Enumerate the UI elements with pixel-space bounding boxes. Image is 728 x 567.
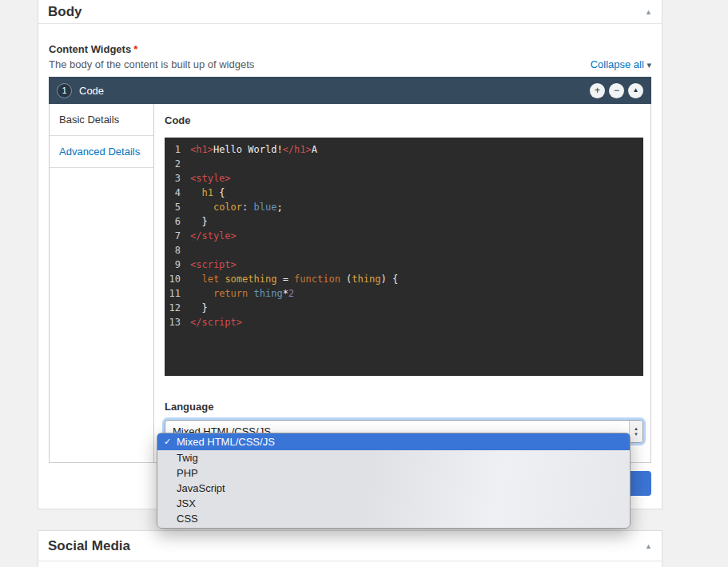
code-line: 10 let something = function (thing) {: [165, 272, 643, 286]
code-widget-body: Basic Details Advanced Details Code 1<h1…: [49, 104, 651, 463]
code-widget-header: 1 Code + − ▲: [49, 77, 651, 104]
body-section-header[interactable]: Body ▲: [38, 0, 662, 24]
code-line: 7</style>: [165, 229, 643, 243]
widget-content: Code 1<h1>Hello World!</h1>A23<style>4 h…: [154, 104, 654, 462]
content-widgets-description: The body of the content is built up of w…: [49, 58, 254, 70]
content-widgets-label-text: Content Widgets: [49, 43, 131, 55]
line-number: 10: [165, 272, 190, 286]
content-widgets-label: Content Widgets*: [49, 43, 651, 55]
language-option-label: Twig: [177, 452, 198, 464]
line-number: 2: [165, 157, 190, 171]
required-marker: *: [133, 43, 137, 55]
add-widget-button[interactable]: +: [590, 83, 605, 98]
line-number: 6: [165, 214, 190, 229]
language-option-mixed-html-css-js[interactable]: ✓Mixed HTML/CSS/JS: [157, 433, 630, 450]
line-number: 12: [165, 301, 190, 315]
language-option-label: JSX: [177, 497, 196, 509]
field-description-row: The body of the content is built up of w…: [49, 58, 651, 70]
code-line: 2: [165, 157, 643, 171]
code-line: 11 return thing*2: [165, 286, 643, 301]
code-line-content: </script>: [190, 315, 242, 329]
collapse-all-label: Collapse all: [591, 58, 644, 70]
code-line-content: <script>: [190, 258, 237, 272]
language-option-label: Mixed HTML/CSS/JS: [177, 436, 275, 448]
language-dropdown-menu: ✓Mixed HTML/CSS/JSTwigPHPJavaScriptJSXCS…: [157, 433, 631, 529]
widget-title: Code: [79, 85, 104, 97]
line-number: 3: [165, 171, 190, 186]
code-line-content: let something = function (thing) {: [190, 272, 398, 286]
remove-widget-button[interactable]: −: [609, 83, 624, 98]
widget-number-badge: 1: [57, 83, 72, 98]
language-option-php[interactable]: PHP: [157, 465, 630, 481]
tab-advanced-details[interactable]: Advanced Details: [50, 136, 153, 168]
checkmark-icon: ✓: [164, 437, 177, 447]
language-option-label: CSS: [177, 513, 198, 525]
social-media-panel: Social Media ▲: [38, 530, 662, 567]
collapse-all-link[interactable]: Collapse all ▾: [591, 58, 651, 70]
language-option-label: JavaScript: [177, 482, 225, 494]
language-option-javascript[interactable]: JavaScript: [157, 481, 630, 496]
caret-down-icon: ▾: [646, 60, 651, 70]
code-line: 13</script>: [165, 315, 643, 329]
line-number: 13: [165, 315, 190, 329]
select-stepper-icon[interactable]: ▲ ▼: [629, 421, 642, 442]
code-line-content: return thing*2: [190, 286, 294, 301]
code-widget: 1 Code + − ▲ Basic Details Advanced Deta…: [49, 77, 651, 463]
language-option-twig[interactable]: Twig: [157, 450, 630, 465]
code-line: 12 }: [165, 301, 643, 315]
stepper-up-arrow-icon: ▲: [634, 426, 638, 432]
social-media-title: Social Media: [48, 538, 130, 554]
code-line: 6 }: [165, 214, 643, 229]
line-number: 1: [165, 142, 190, 157]
widget-tabs-column: Basic Details Advanced Details: [50, 104, 154, 462]
code-line: 5 color: blue;: [165, 200, 643, 214]
language-option-label: PHP: [177, 467, 198, 479]
tab-basic-details[interactable]: Basic Details: [50, 104, 153, 136]
code-line-content: }: [190, 301, 208, 315]
code-line-content: color: blue;: [190, 200, 283, 214]
collapse-section-icon[interactable]: ▲: [645, 542, 652, 550]
line-number: 7: [165, 229, 190, 243]
code-line: 8: [165, 243, 643, 258]
code-line: 1<h1>Hello World!</h1>A: [165, 142, 643, 157]
code-line: 4 h1 {: [165, 186, 643, 200]
social-media-header[interactable]: Social Media ▲: [38, 531, 662, 561]
code-field-label: Code: [165, 114, 643, 126]
code-line-content: <style>: [190, 171, 231, 186]
language-option-css[interactable]: CSS: [157, 511, 630, 526]
code-line-content: <h1>Hello World!</h1>A: [190, 142, 317, 157]
code-editor[interactable]: 1<h1>Hello World!</h1>A23<style>4 h1 {5 …: [165, 138, 643, 376]
code-line-content: }: [190, 214, 208, 229]
widget-header-actions: + − ▲: [590, 83, 643, 98]
code-line: 9<script>: [165, 258, 643, 272]
line-number: 9: [165, 258, 190, 272]
line-number: 5: [165, 200, 190, 214]
line-number: 4: [165, 186, 190, 200]
collapse-section-icon[interactable]: ▲: [645, 8, 652, 16]
language-field-label: Language: [165, 401, 643, 413]
collapse-widget-button[interactable]: ▲: [628, 83, 643, 98]
code-line-content: h1 {: [190, 186, 225, 200]
code-line-content: </style>: [190, 229, 237, 243]
body-section-title: Body: [48, 4, 82, 20]
code-line: 3<style>: [165, 171, 643, 186]
language-option-jsx[interactable]: JSX: [157, 496, 630, 511]
line-number: 8: [165, 243, 190, 258]
stepper-down-arrow-icon: ▼: [634, 432, 638, 437]
line-number: 11: [165, 286, 190, 301]
